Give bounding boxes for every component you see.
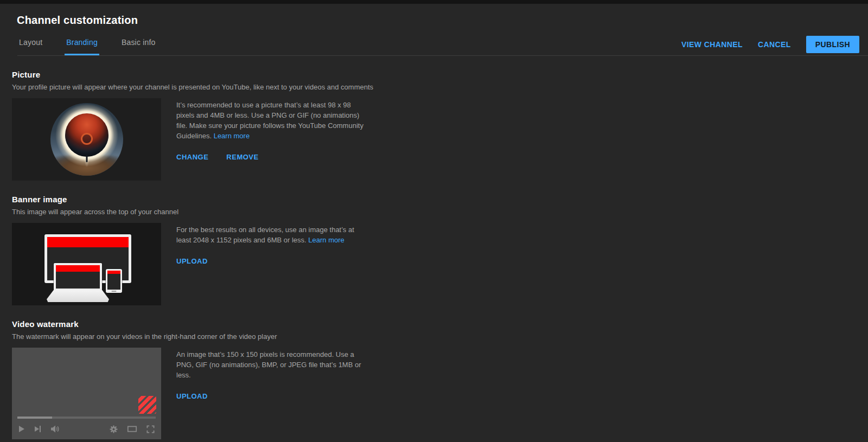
content: Picture Your profile picture will appear… bbox=[0, 56, 868, 439]
change-picture-button[interactable]: CHANGE bbox=[176, 152, 208, 162]
watermark-description: The watermark will appear on your videos… bbox=[12, 332, 868, 341]
page-header: Channel customization Layout Branding Ba… bbox=[0, 4, 868, 56]
picture-description: Your profile picture will appear where y… bbox=[12, 83, 868, 91]
profile-picture-preview bbox=[12, 98, 161, 181]
view-channel-button[interactable]: VIEW CHANNEL bbox=[681, 40, 743, 49]
watermark-heading: Video watermark bbox=[12, 319, 868, 329]
header-actions: VIEW CHANNEL CANCEL PUBLISH bbox=[681, 36, 859, 53]
banner-learn-more-link[interactable]: Learn more bbox=[308, 236, 344, 244]
watermark-player-preview bbox=[12, 348, 161, 439]
picture-side-column: It’s recommended to use a picture that’s… bbox=[176, 98, 367, 162]
picture-learn-more-link[interactable]: Learn more bbox=[214, 132, 250, 140]
avatar-figure-silhouette bbox=[86, 156, 87, 162]
watermark-info-text: An image that’s 150 x 150 pixels is reco… bbox=[176, 350, 361, 379]
banner-laptop-illustration bbox=[54, 263, 102, 290]
banner-laptop-base bbox=[47, 290, 109, 302]
banner-side-column: For the best results on all devices, use… bbox=[176, 223, 367, 266]
profile-picture-image bbox=[50, 103, 123, 176]
avatar-inner-ring bbox=[81, 133, 93, 145]
tab-layout[interactable]: Layout bbox=[17, 38, 44, 55]
section-watermark: Video watermark The watermark will appea… bbox=[12, 319, 868, 439]
banner-image-preview bbox=[12, 223, 161, 305]
tab-basic-info[interactable]: Basic info bbox=[120, 38, 157, 55]
publish-button[interactable]: PUBLISH bbox=[806, 36, 859, 53]
banner-phone-illustration bbox=[106, 269, 122, 293]
settings-icon bbox=[110, 425, 118, 433]
banner-heading: Banner image bbox=[12, 195, 868, 204]
watermark-side-column: An image that’s 150 x 150 pixels is reco… bbox=[176, 348, 367, 401]
picture-info-text: It’s recommended to use a picture that’s… bbox=[176, 101, 363, 140]
player-progress-bar bbox=[17, 417, 156, 419]
section-picture: Picture Your profile picture will appear… bbox=[12, 70, 868, 181]
player-progress-fill bbox=[17, 417, 52, 419]
play-icon bbox=[18, 425, 25, 433]
upload-banner-button[interactable]: UPLOAD bbox=[176, 256, 208, 266]
remove-picture-button[interactable]: REMOVE bbox=[226, 152, 258, 162]
picture-heading: Picture bbox=[12, 70, 868, 79]
watermark-image bbox=[138, 396, 156, 414]
banner-description: This image will appear across the top of… bbox=[12, 208, 868, 216]
upload-watermark-button[interactable]: UPLOAD bbox=[176, 391, 208, 401]
tab-branding[interactable]: Branding bbox=[65, 38, 99, 55]
player-video-area bbox=[12, 348, 161, 417]
window-top-strip bbox=[0, 0, 868, 4]
page-title: Channel customization bbox=[17, 14, 859, 27]
next-icon bbox=[34, 425, 41, 433]
volume-icon bbox=[50, 425, 60, 433]
section-banner: Banner image This image will appear acro… bbox=[12, 195, 868, 305]
theater-icon bbox=[127, 425, 137, 433]
player-controls bbox=[12, 419, 161, 439]
fullscreen-icon bbox=[146, 425, 155, 433]
cancel-button[interactable]: CANCEL bbox=[758, 40, 791, 49]
